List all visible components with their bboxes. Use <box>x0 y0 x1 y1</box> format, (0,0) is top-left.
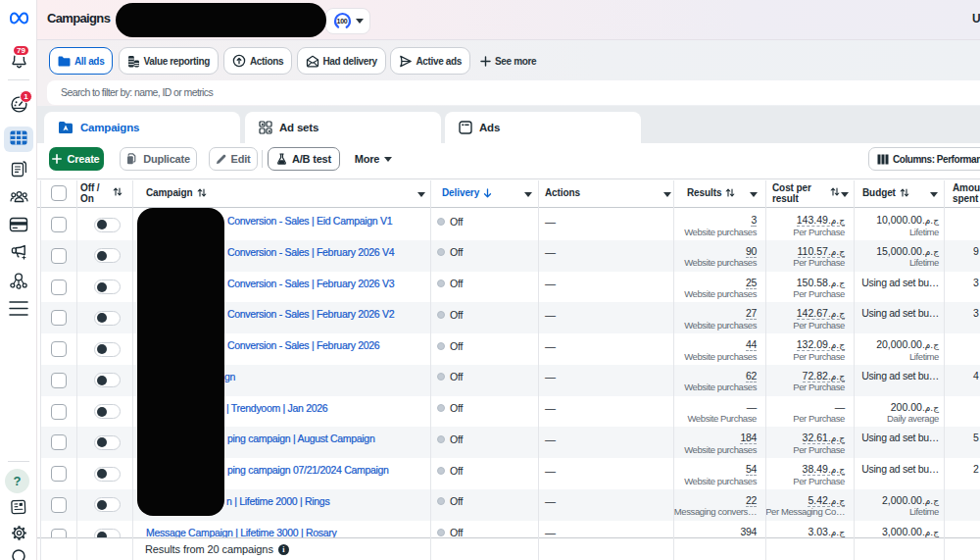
campaigns-icon[interactable] <box>0 130 37 145</box>
cost-value[interactable]: 132.09ج.م.‏ <box>765 338 845 350</box>
campaign-name-link[interactable]: Message Campaign | Lifetime 3000 | Rosar… <box>146 527 337 538</box>
results-filter-caret[interactable] <box>750 192 758 197</box>
row-checkbox[interactable] <box>51 466 67 482</box>
settings-icon[interactable] <box>0 524 37 542</box>
row-checkbox[interactable] <box>51 497 67 513</box>
more-button[interactable]: More <box>351 147 396 171</box>
cost-value[interactable]: 150.58ج.م.‏ <box>765 277 845 288</box>
cost-value[interactable]: 110.57ج.م.‏ <box>765 245 845 257</box>
audiences-icon[interactable] <box>0 188 37 206</box>
filter-chip-all-ads[interactable]: All ads <box>49 47 113 75</box>
tab-ad-sets[interactable]: Ad sets <box>245 112 441 143</box>
row-toggle-off[interactable] <box>94 467 121 482</box>
results-value[interactable]: 25 <box>673 277 757 288</box>
off-on-sort-icon[interactable] <box>109 187 122 196</box>
cost-value[interactable]: 72.82ج.م.‏ <box>765 370 845 382</box>
delivery-filter-caret[interactable] <box>524 192 532 197</box>
columns-button[interactable]: Columns: Performance <box>868 147 980 171</box>
results-value[interactable]: — <box>673 401 757 413</box>
all-tools-icon[interactable] <box>0 300 37 317</box>
campaign-name-link[interactable]: Conversion - Sales | February 2026 V2 <box>227 308 394 320</box>
col-header-amount-spent[interactable]: Amountspent <box>953 182 980 204</box>
cost-value[interactable]: 142.67ج.م.‏ <box>765 307 845 319</box>
billing-icon[interactable] <box>0 217 37 232</box>
campaign-name-link[interactable]: ping campaign | August Campaign <box>227 433 374 444</box>
campaign-name-link[interactable]: Conversion - Sales | February 2026 V4 <box>227 246 394 258</box>
actions-filter-caret[interactable] <box>663 192 671 197</box>
cost-value[interactable]: 5.42ج.م.‏ <box>765 494 845 506</box>
row-checkbox[interactable] <box>51 217 67 232</box>
tab-ads[interactable]: Ads <box>445 112 641 143</box>
results-value[interactable]: 3 <box>673 214 757 226</box>
row-checkbox[interactable] <box>51 248 67 264</box>
cost-value[interactable]: 143.49ج.م.‏ <box>765 214 845 226</box>
row-toggle-off[interactable] <box>94 218 121 232</box>
duplicate-button[interactable]: Duplicate <box>120 147 197 171</box>
events-manager-icon[interactable] <box>0 271 37 290</box>
filter-chip-value-reporting[interactable]: Value reporting <box>119 47 220 75</box>
row-toggle-off[interactable] <box>94 280 121 294</box>
results-value[interactable]: 54 <box>673 463 757 475</box>
info-icon[interactable]: i <box>278 544 289 555</box>
campaign-name-link[interactable]: ping campaign 07/21/2024 Campaign <box>227 464 389 476</box>
campaign-name-link[interactable]: Conversion - Sales | February 2026 V3 <box>227 278 394 289</box>
campaign-filter-caret[interactable] <box>417 192 425 197</box>
col-header-actions[interactable]: Actions <box>545 187 580 198</box>
row-toggle-off[interactable] <box>94 373 121 387</box>
budget-filter-caret[interactable] <box>930 192 938 197</box>
results-value[interactable]: 90 <box>673 245 757 257</box>
results-value[interactable]: 22 <box>673 494 757 506</box>
create-button[interactable]: Create <box>49 147 104 171</box>
filter-chip-had-delivery[interactable]: Had delivery <box>297 47 386 75</box>
search-filter-input[interactable]: Search to filter by: name, ID or metrics <box>47 80 980 105</box>
see-more-button[interactable]: See more <box>472 47 544 75</box>
campaign-name-link[interactable]: n | Lifetime 2000 | Rings <box>226 495 329 507</box>
campaign-name-link[interactable]: Conversion - Sales | Eid Campaign V1 <box>227 215 392 227</box>
col-header-campaign[interactable]: Campaign <box>146 187 207 198</box>
cost-value[interactable]: 3.03ج.م.‏ <box>765 526 845 537</box>
col-header-results[interactable]: Results <box>687 187 735 198</box>
row-toggle-off[interactable] <box>94 342 121 357</box>
col-header-budget[interactable]: Budget <box>862 187 909 198</box>
ab-test-button[interactable]: A/B test <box>268 147 340 171</box>
cost-sort-icon[interactable] <box>826 187 840 196</box>
filter-chip-actions[interactable]: Actions <box>223 47 292 75</box>
row-toggle-off[interactable] <box>94 404 121 419</box>
results-value[interactable]: 44 <box>673 338 757 350</box>
row-checkbox[interactable] <box>51 280 67 295</box>
ads-reporting-icon[interactable] <box>0 160 37 178</box>
results-value[interactable]: 184 <box>673 432 757 443</box>
account-count-dropdown[interactable]: 100 <box>325 8 370 34</box>
row-toggle-off[interactable] <box>94 311 121 326</box>
row-toggle-off[interactable] <box>94 435 121 450</box>
edit-button[interactable]: Edit <box>209 147 258 171</box>
col-header-delivery[interactable]: Delivery <box>442 187 492 198</box>
whats-new-icon[interactable] <box>0 499 37 515</box>
select-all-checkbox[interactable] <box>51 185 67 201</box>
row-checkbox[interactable] <box>51 404 67 420</box>
col-header-cost[interactable]: Cost perresult <box>772 182 811 204</box>
cost-value[interactable]: 32.61ج.م.‏ <box>765 432 845 443</box>
help-icon[interactable]: ? <box>5 469 29 493</box>
results-value[interactable]: 394 <box>673 526 757 537</box>
row-checkbox[interactable] <box>51 373 67 388</box>
meta-logo[interactable] <box>0 12 37 25</box>
advertising-icon[interactable] <box>0 243 37 263</box>
cost-value[interactable]: — <box>765 401 845 413</box>
search-icon[interactable] <box>0 547 37 560</box>
tab-campaigns[interactable]: Campaigns <box>44 112 240 143</box>
campaign-name-link[interactable]: gn <box>224 371 235 382</box>
row-toggle-off[interactable] <box>94 497 121 512</box>
filter-chip-active-ads[interactable]: Active ads <box>390 47 471 75</box>
col-header-off-on[interactable]: Off /On <box>80 182 100 204</box>
results-value[interactable]: 62 <box>673 370 757 382</box>
campaign-name-link[interactable]: | Trendyoom | Jan 2026 <box>226 402 327 414</box>
row-checkbox[interactable] <box>51 434 67 450</box>
row-checkbox[interactable] <box>51 341 67 357</box>
cost-filter-caret[interactable] <box>841 192 849 197</box>
campaign-name-link[interactable]: Conversion - Sales | February 2026 <box>227 339 379 351</box>
row-checkbox[interactable] <box>51 310 67 326</box>
cost-value[interactable]: 38.49ج.م.‏ <box>765 463 845 475</box>
results-value[interactable]: 27 <box>673 307 757 319</box>
row-toggle-off[interactable] <box>94 248 121 263</box>
